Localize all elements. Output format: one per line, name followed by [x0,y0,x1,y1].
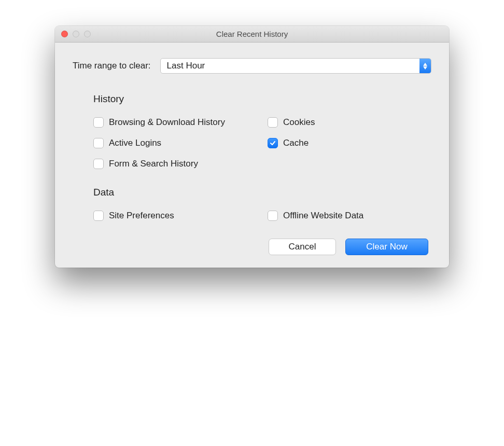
checkbox-active-logins[interactable]: Active Logins [93,138,257,148]
checkbox-icon [93,159,104,169]
checkbox-icon [268,117,278,128]
titlebar: Clear Recent History [55,26,449,43]
button-label: Clear Now [366,242,407,252]
option-label: Form & Search History [109,159,198,169]
cancel-button[interactable]: Cancel [269,239,336,255]
checkbox-icon [268,138,278,148]
checkbox-browsing-download-history[interactable]: Browsing & Download History [93,117,257,128]
data-heading: Data [93,187,431,198]
checkbox-icon [93,211,104,221]
dialog-window: Clear Recent History Time range to clear… [55,26,449,268]
checkbox-form-search-history[interactable]: Form & Search History [93,159,257,169]
checkbox-icon [93,138,104,148]
button-label: Cancel [289,242,316,252]
checkbox-cache[interactable]: Cache [268,138,431,148]
time-range-row: Time range to clear: Last Hour [73,58,431,74]
time-range-label: Time range to clear: [73,61,151,71]
checkbox-icon [268,211,278,221]
option-label: Active Logins [109,138,161,148]
checkbox-cookies[interactable]: Cookies [268,117,431,128]
button-row: Cancel Clear Now [73,239,431,255]
time-range-select[interactable]: Last Hour [160,58,431,74]
dialog-content: Time range to clear: Last Hour History B… [55,43,449,268]
zoom-window-icon [84,31,91,37]
clear-now-button[interactable]: Clear Now [345,239,428,255]
minimize-window-icon [73,31,79,37]
time-range-value: Last Hour [167,61,205,71]
checkbox-site-preferences[interactable]: Site Preferences [93,211,257,221]
option-label: Offline Website Data [283,211,363,221]
close-window-icon[interactable] [61,31,68,37]
window-title: Clear Recent History [55,30,449,38]
checkbox-offline-website-data[interactable]: Offline Website Data [268,211,431,221]
history-heading: History [93,93,431,105]
option-label: Browsing & Download History [109,117,225,128]
history-options: Browsing & Download History Cookies Acti… [93,117,431,169]
select-stepper-icon [419,59,431,73]
window-controls [55,31,91,37]
data-options: Site Preferences Offline Website Data [93,211,431,221]
option-label: Site Preferences [109,211,174,221]
checkbox-icon [93,117,104,128]
option-label: Cache [283,138,309,148]
option-label: Cookies [283,117,315,128]
